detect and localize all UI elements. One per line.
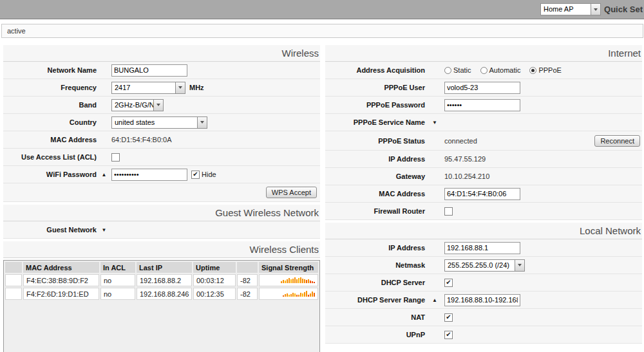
internet-section: Internet Address Acquisition StaticAutom… — [325, 45, 642, 220]
chevron-down-icon[interactable] — [591, 4, 600, 15]
local-network-section: Local Network IP Address Netmask 255.255… — [325, 223, 642, 344]
signal-strength-cell — [259, 274, 318, 286]
wireless-mac-label: MAC Address — [3, 136, 97, 144]
country-select[interactable]: united states — [111, 116, 207, 129]
radio-option-static[interactable]: Static — [444, 66, 471, 74]
address-acquisition-radios: StaticAutomaticPPPoE — [444, 66, 642, 74]
chevron-down-icon[interactable] — [197, 117, 207, 128]
row-upnp: UPnP — [325, 326, 642, 344]
frequency-value: 2417 — [112, 82, 175, 93]
row-internet-ip: IP Address 95.47.55.129 — [325, 151, 642, 168]
row-dhcp-server: DHCP Server — [325, 274, 642, 292]
internet-column: Internet Address Acquisition StaticAutom… — [325, 45, 642, 344]
radio-label: Automatic — [489, 66, 521, 74]
collapse-down-icon[interactable]: ▼ — [425, 120, 444, 125]
wps-accept-button[interactable]: WPS Accept — [266, 187, 317, 198]
pppoe-password-input[interactable] — [444, 99, 520, 111]
reconnect-button[interactable]: Reconnect — [594, 135, 640, 147]
radio-icon[interactable] — [444, 67, 451, 74]
radio-option-pppoe[interactable]: PPPoE — [529, 66, 561, 74]
upnp-checkbox[interactable] — [444, 331, 453, 339]
row-firewall-router: Firewall Router — [325, 203, 642, 220]
chevron-down-icon[interactable] — [515, 260, 524, 271]
wireless-heading: Wireless — [3, 45, 320, 62]
row-wifi-password: WiFi Password ▲ Hide — [3, 166, 320, 183]
client-cell: 00:03:12 — [193, 274, 236, 286]
row-pppoe-password: PPPoE Password — [325, 97, 642, 114]
clients-section: Wireless Clients MAC AddressIn ACLLast I… — [3, 241, 320, 352]
client-row[interactable]: F4:EC:38:B8:9D:F2no192.168.88.200:03:12-… — [5, 274, 318, 286]
column-header: MAC Address — [23, 262, 99, 273]
frequency-select[interactable]: 2417 — [111, 82, 185, 94]
client-cell: F4:EC:38:B8:9D:F2 — [23, 274, 99, 286]
band-select[interactable]: 2GHz-B/G/N — [111, 99, 164, 111]
upnp-label: UPnP — [325, 331, 425, 338]
pppoe-status-value: connected — [444, 137, 477, 145]
radio-icon[interactable] — [529, 67, 536, 74]
nat-checkbox[interactable] — [444, 313, 453, 322]
internet-mac-input[interactable] — [444, 188, 520, 200]
netmask-select[interactable]: 255.255.255.0 (/24) — [444, 259, 525, 272]
signal-bars-icon — [283, 290, 315, 297]
top-bar: Home AP Quick Set — [0, 0, 644, 19]
row-frequency: Frequency 2417 MHz — [3, 79, 320, 97]
dhcp-range-label: DHCP Server Range — [325, 296, 425, 304]
column-header: Signal Strength — [259, 262, 318, 273]
pppoe-user-input[interactable] — [444, 82, 520, 94]
band-value: 2GHz-B/G/N — [112, 100, 153, 111]
row-dhcp-range: DHCP Server Range ▲ — [325, 292, 642, 309]
local-ip-input[interactable] — [444, 242, 520, 254]
network-name-input[interactable] — [111, 64, 187, 77]
client-cell: -82 — [237, 274, 258, 286]
pppoe-password-label: PPPoE Password — [325, 101, 425, 109]
profile-select[interactable]: Home AP — [540, 3, 601, 15]
collapse-down-icon[interactable]: ▼ — [97, 227, 111, 233]
country-label: Country — [3, 118, 97, 126]
pppoe-user-label: PPPoE User — [325, 84, 425, 91]
column-header: Uptime — [193, 262, 236, 273]
column-header: In ACL — [100, 262, 135, 273]
dhcp-range-input[interactable] — [444, 294, 520, 306]
internet-mac-label: MAC Address — [325, 190, 425, 198]
address-acquisition-label: Address Acquisition — [325, 66, 425, 74]
client-cell: no — [100, 274, 135, 286]
column-header — [5, 262, 22, 273]
hide-password-checkbox[interactable] — [191, 171, 200, 179]
row-internet-mac: MAC Address — [325, 185, 642, 203]
client-cell: F4:F2:6D:19:D1:ED — [23, 288, 99, 300]
collapse-up-icon[interactable]: ▲ — [425, 297, 444, 303]
country-value: united states — [112, 117, 197, 128]
row-address-acquisition: Address Acquisition StaticAutomaticPPPoE — [325, 62, 642, 79]
wifi-password-input[interactable] — [111, 169, 187, 181]
row-wps: WPS Accept — [3, 183, 320, 202]
firewall-router-label: Firewall Router — [325, 207, 425, 215]
status-bar: active — [1, 24, 643, 38]
gateway-value: 10.10.254.210 — [444, 172, 489, 180]
pppoe-service-name-label: PPPoE Service Name — [325, 118, 425, 126]
firewall-router-checkbox[interactable] — [444, 207, 453, 216]
row-gateway: Gateway 10.10.254.210 — [325, 168, 642, 185]
radio-option-automatic[interactable]: Automatic — [480, 66, 521, 74]
client-cell: 00:12:35 — [193, 288, 236, 300]
collapse-up-icon[interactable]: ▲ — [97, 172, 111, 178]
row-wireless-mac: MAC Address 64:D1:54:F4:B0:0A — [3, 131, 320, 149]
radio-icon[interactable] — [480, 67, 488, 74]
wireless-mac-value: 64:D1:54:F4:B0:0A — [111, 136, 172, 144]
network-name-label: Network Name — [3, 66, 97, 74]
signal-strength-cell — [259, 288, 318, 300]
guest-network-label: Guest Network — [3, 226, 97, 234]
use-acl-checkbox[interactable] — [111, 153, 120, 162]
client-row[interactable]: F4:F2:6D:19:D1:EDno192.168.88.24600:12:3… — [5, 288, 318, 300]
dhcp-server-label: DHCP Server — [325, 279, 425, 286]
chevron-down-icon[interactable] — [153, 100, 163, 111]
pppoe-status-label: PPPoE Status — [325, 137, 425, 145]
chevron-down-icon[interactable] — [175, 82, 185, 93]
radio-label: PPPoE — [538, 66, 561, 74]
frequency-label: Frequency — [3, 84, 97, 91]
gateway-label: Gateway — [325, 172, 425, 180]
frequency-unit: MHz — [189, 84, 204, 91]
column-header — [237, 262, 258, 273]
dhcp-server-checkbox[interactable] — [444, 279, 453, 287]
client-cell: no — [100, 288, 135, 300]
radio-label: Static — [453, 66, 471, 74]
